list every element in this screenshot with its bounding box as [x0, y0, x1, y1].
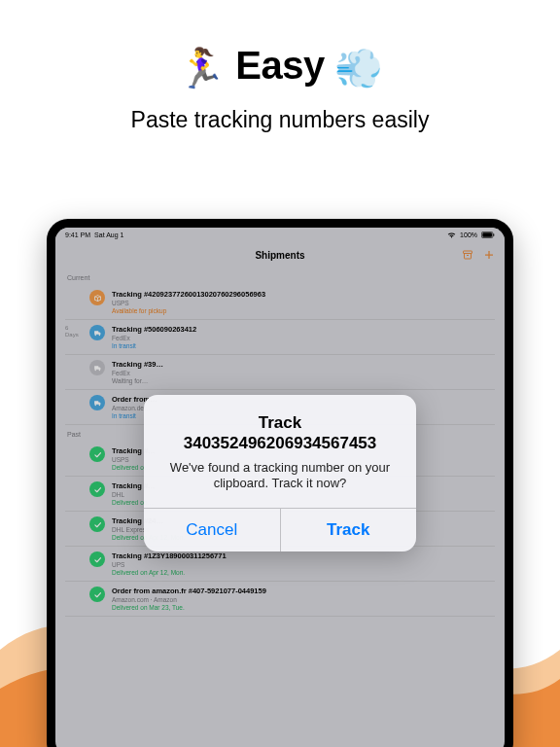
ipad-screen: 9:41 PM Sat Aug 1 100% Shipments — [55, 228, 505, 747]
runner-emoji-icon: 🏃‍♀️ — [177, 46, 226, 91]
alert-title-line2: 34035249620693​4567453 — [184, 434, 377, 452]
alert-title: Track 34035249620693​4567453 — [161, 412, 399, 454]
clipboard-track-alert: Track 34035249620693​4567453 We've found… — [144, 395, 416, 551]
alert-content: Track 34035249620693​4567453 We've found… — [144, 395, 416, 508]
cancel-button[interactable]: Cancel — [144, 509, 280, 551]
alert-title-line1: Track — [259, 413, 301, 432]
ipad-device-frame: 9:41 PM Sat Aug 1 100% Shipments — [47, 219, 513, 747]
dash-emoji-icon: 💨 — [334, 46, 383, 91]
alert-message: We've found a tracking number on your cl… — [161, 460, 399, 493]
hero-title: 🏃‍♀️ Easy 💨 — [19, 44, 541, 91]
hero-title-text: Easy — [235, 44, 324, 87]
track-button[interactable]: Track — [280, 509, 417, 551]
alert-buttons: Cancel Track — [144, 508, 416, 551]
hero-subtitle: Paste tracking numbers easily — [19, 107, 541, 133]
hero: 🏃‍♀️ Easy 💨 Paste tracking numbers easil… — [0, 0, 560, 143]
